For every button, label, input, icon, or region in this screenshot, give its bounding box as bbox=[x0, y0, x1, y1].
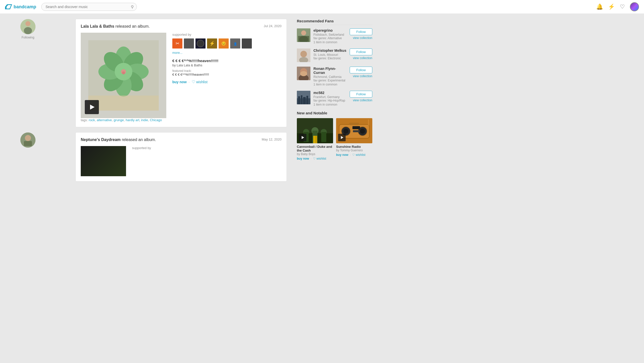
dot-separator: · bbox=[189, 80, 190, 84]
svg-point-22 bbox=[197, 40, 204, 47]
notable-buy-2[interactable]: buy now bbox=[336, 153, 348, 157]
lightning-icon[interactable]: ⚡ bbox=[608, 4, 615, 10]
notable-thumb-1 bbox=[297, 118, 333, 143]
logo-text: bandcamp bbox=[14, 4, 36, 10]
feed-artist-1: Lala Lala & Baths bbox=[81, 24, 114, 28]
supporter-thumb[interactable]: ✂ bbox=[172, 38, 182, 49]
fan-info-2: Christopher Melkus St. Louis, Missouri f… bbox=[313, 49, 347, 60]
fan-name-4: mc582 bbox=[313, 91, 347, 95]
tag-hardly-art[interactable]: hardly art bbox=[126, 118, 139, 122]
tag-grunge[interactable]: grunge bbox=[114, 118, 124, 122]
supporter-thumb[interactable]: 😊 bbox=[219, 38, 229, 49]
notable-play-1[interactable] bbox=[299, 134, 306, 141]
notable-buy-1[interactable]: buy now bbox=[297, 157, 309, 160]
user-avatar[interactable] bbox=[630, 2, 639, 11]
notable-wishlist-label-2: wishlist bbox=[356, 153, 366, 157]
supporter-thumb[interactable] bbox=[242, 38, 252, 49]
feed-card-title-1: Lala Lala & Baths released an album. bbox=[81, 24, 150, 29]
supported-by-label-2: supported by bbox=[132, 146, 281, 150]
svg-point-3 bbox=[25, 21, 30, 26]
fan-location-4: Frankfurt, Germany bbox=[313, 95, 347, 99]
notable-wishlist-1[interactable]: ♡ wishlist bbox=[313, 157, 326, 160]
fan-actions-3: Follow view collection bbox=[350, 67, 372, 78]
featured-track-name-1: € € € €^^%!!!!!heaven!!!!!! bbox=[172, 73, 281, 76]
view-collection-4[interactable]: view collection bbox=[353, 99, 372, 102]
svg-rect-32 bbox=[24, 141, 32, 146]
svg-rect-20 bbox=[184, 38, 194, 49]
feed-artist-2: Neptune's Daydream bbox=[81, 138, 121, 142]
view-collection-2[interactable]: view collection bbox=[353, 56, 372, 60]
supporter-thumb[interactable] bbox=[184, 38, 194, 49]
notable-name-1: Cannonball / Duke and the Cash bbox=[297, 145, 333, 152]
feed-card-body-1: supported by ✂ ⚡ bbox=[81, 33, 281, 118]
view-collection-3[interactable]: view collection bbox=[353, 74, 372, 78]
tag-chicago[interactable]: Chicago bbox=[150, 118, 162, 122]
fan-common-4: 1 item in common bbox=[313, 103, 347, 106]
following-user-2 bbox=[20, 132, 35, 149]
fan-info-4: mc582 Frankfurt, Germany fav genre: Hip-… bbox=[313, 91, 347, 106]
album-artist-1: by Lala Lala & Baths bbox=[172, 63, 281, 67]
fan-location-3: Richmond, California bbox=[313, 75, 347, 79]
fan-location-2: St. Louis, Missouri bbox=[313, 53, 347, 57]
notable-grid: Cannonball / Duke and the Cash by Baby B… bbox=[297, 118, 372, 160]
left-sidebar bbox=[0, 14, 55, 363]
fan-actions-1: Follow view collection bbox=[350, 28, 372, 40]
feed-card-date-1: Jul 24, 2020 bbox=[264, 24, 281, 29]
notable-thumb-2 bbox=[336, 118, 372, 143]
notable-wishlist-label-1: wishlist bbox=[316, 157, 326, 160]
follow-button-3[interactable]: Follow bbox=[350, 67, 372, 73]
heart-icon: ♡ bbox=[192, 79, 195, 84]
album-name-1: € € € €^^%!!!!!heaven!!!!!! bbox=[172, 59, 281, 63]
fan-item-4: mc582 Frankfurt, Germany fav genre: Hip-… bbox=[297, 91, 372, 106]
supporter-thumb[interactable]: 👤 bbox=[230, 38, 240, 49]
fan-genre-2: fav genre: Electronic bbox=[313, 57, 347, 60]
flower-svg bbox=[88, 40, 159, 111]
supporter-thumb[interactable] bbox=[195, 38, 206, 49]
follow-button-1[interactable]: Follow bbox=[350, 28, 372, 35]
notable-actions-2: buy now · ♡ wishlist bbox=[336, 153, 372, 157]
fan-avatar-2 bbox=[297, 49, 310, 62]
svg-rect-60 bbox=[315, 136, 317, 143]
fan-info-1: elperegrino Fislisbach, Switzerland fav … bbox=[313, 28, 347, 44]
notable-sep-2: · bbox=[350, 153, 351, 157]
svg-point-64 bbox=[343, 129, 348, 134]
notable-item-1: Cannonball / Duke and the Cash by Baby B… bbox=[297, 118, 333, 160]
page: Following Lala Lala & Baths released an … bbox=[0, 14, 644, 363]
feed-card-body-2: supported by bbox=[81, 146, 281, 176]
fan-avatar-4 bbox=[297, 91, 310, 104]
svg-point-43 bbox=[300, 71, 307, 76]
follow-button-4[interactable]: Follow bbox=[350, 91, 372, 98]
notable-sep: · bbox=[311, 157, 311, 160]
fan-avatar-1 bbox=[297, 28, 310, 42]
logo[interactable]: bandcamp bbox=[5, 4, 36, 10]
fan-item-3: Ronan Flynn-Curran Richmond, California … bbox=[297, 67, 372, 86]
fan-name-1: elperegrino bbox=[313, 28, 347, 32]
svg-point-38 bbox=[300, 51, 307, 57]
heart-icon[interactable]: ♡ bbox=[620, 4, 625, 10]
notable-wishlist-2[interactable]: ♡ wishlist bbox=[352, 153, 366, 157]
play-button-1[interactable] bbox=[85, 100, 99, 114]
search-icon: ⚲ bbox=[131, 5, 134, 9]
search-input[interactable] bbox=[41, 3, 137, 11]
fan-common-1: 1 item in common bbox=[313, 40, 347, 44]
wishlist-link-1[interactable]: ♡ wishlist bbox=[192, 79, 208, 84]
notification-icon[interactable]: 🔔 bbox=[596, 4, 603, 10]
fan-name-3: Ronan Flynn-Curran bbox=[313, 67, 347, 75]
follow-button-2[interactable]: Follow bbox=[350, 49, 372, 55]
svg-rect-59 bbox=[313, 136, 315, 143]
notable-play-2[interactable] bbox=[338, 134, 346, 141]
album-art-1 bbox=[81, 33, 166, 118]
header-right: 🔔 ⚡ ♡ bbox=[596, 2, 639, 11]
fan-name-2: Christopher Melkus bbox=[313, 49, 347, 53]
more-link-1[interactable]: more... bbox=[172, 51, 182, 55]
feed-card-2: Neptune's Daydream released an album. Ma… bbox=[75, 132, 287, 182]
tag-indie[interactable]: indie bbox=[141, 118, 148, 122]
buy-now-link-1[interactable]: buy now bbox=[172, 80, 187, 84]
notable-artist-2: by Tommy Guerrero bbox=[336, 149, 372, 152]
svg-rect-47 bbox=[298, 96, 300, 104]
supporter-thumb[interactable]: ⚡ bbox=[207, 38, 217, 49]
tag-rock[interactable]: rock bbox=[89, 118, 95, 122]
view-collection-1[interactable]: view collection bbox=[353, 36, 372, 40]
tag-alternative[interactable]: alternative bbox=[97, 118, 112, 122]
svg-rect-49 bbox=[303, 97, 306, 104]
